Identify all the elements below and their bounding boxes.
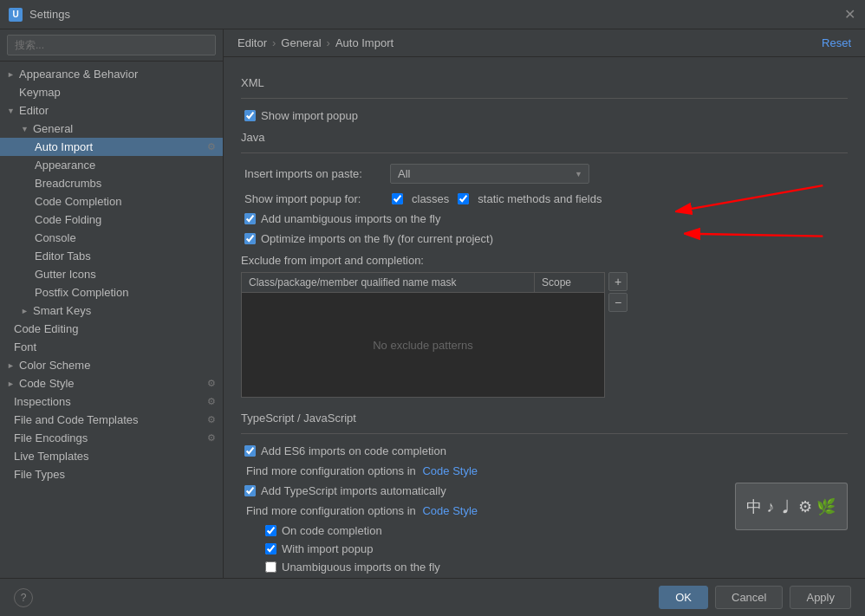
ts-link1-text: Find more configuration options in bbox=[246, 464, 416, 477]
sidebar-label: File Encodings bbox=[14, 431, 88, 444]
expand-icon bbox=[7, 379, 16, 388]
sidebar-item-postfix-completion[interactable]: Postfix Completion bbox=[0, 283, 223, 302]
expand-icon bbox=[7, 70, 16, 79]
ts-link1-link[interactable]: Code Style bbox=[422, 464, 478, 477]
reset-link[interactable]: Reset bbox=[822, 36, 851, 49]
expand-icon bbox=[7, 361, 16, 370]
sidebar-label: Appearance & Behavior bbox=[19, 68, 138, 81]
search-bar bbox=[0, 29, 223, 62]
sidebar-label: Editor bbox=[19, 104, 49, 117]
search-input[interactable] bbox=[7, 35, 216, 55]
add-ts-auto-checkbox[interactable] bbox=[244, 485, 256, 496]
content-wrapper: Editor › General › Auto Import Reset XML bbox=[224, 29, 865, 578]
sidebar-label: Live Templates bbox=[14, 450, 88, 463]
action-buttons: OK Cancel Apply bbox=[659, 586, 851, 609]
sidebar-item-file-encodings[interactable]: File Encodings ⚙ bbox=[0, 429, 223, 447]
unambiguous-on-fly-label: Unambiguous imports on the fly bbox=[282, 561, 440, 574]
java-divider bbox=[241, 152, 848, 153]
sidebar-item-file-code-templates[interactable]: File and Code Templates ⚙ bbox=[0, 411, 223, 429]
show-import-popup-xml-row: Show import popup bbox=[241, 109, 848, 122]
settings-gear-icon: ⚙ bbox=[207, 141, 216, 152]
remove-pattern-button[interactable]: − bbox=[608, 293, 628, 312]
sidebar-item-auto-import[interactable]: Auto Import ⚙ bbox=[0, 138, 223, 156]
show-import-popup-xml-checkbox[interactable] bbox=[244, 110, 256, 121]
sidebar-item-code-editing[interactable]: Code Editing bbox=[0, 320, 223, 338]
close-button[interactable]: ✕ bbox=[842, 8, 856, 22]
classes-checkbox[interactable] bbox=[392, 193, 403, 204]
watermark: 中 ♪ ♩ ⚙ 🌿 bbox=[735, 483, 848, 530]
insert-imports-label: Insert imports on paste: bbox=[244, 167, 383, 180]
sidebar-item-smart-keys[interactable]: Smart Keys bbox=[0, 302, 223, 320]
on-code-completion-checkbox[interactable] bbox=[265, 525, 276, 536]
sidebar-label: Auto Import bbox=[35, 140, 93, 153]
optimize-imports-label: Optimize imports on the fly (for current… bbox=[261, 232, 493, 245]
sidebar-item-breadcrumbs[interactable]: Breadcrumbs bbox=[0, 174, 223, 192]
sidebar-item-editor-tabs[interactable]: Editor Tabs bbox=[0, 247, 223, 265]
sidebar-label: Smart Keys bbox=[33, 304, 91, 317]
sidebar-label: Code Completion bbox=[35, 195, 121, 208]
sidebar-item-console[interactable]: Console bbox=[0, 229, 223, 247]
sidebar-item-code-completion[interactable]: Code Completion bbox=[0, 192, 223, 211]
sidebar-item-gutter-icons[interactable]: Gutter Icons bbox=[0, 265, 223, 283]
expand-icon bbox=[21, 307, 29, 315]
window-title: Settings bbox=[29, 8, 70, 21]
sidebar-item-keymap[interactable]: Keymap bbox=[0, 83, 223, 101]
breadcrumb-part-1: Editor bbox=[237, 36, 267, 49]
settings-window: U Settings ✕ Appearance & Behavior Keyma… bbox=[0, 0, 865, 616]
exclude-actions: + − bbox=[608, 272, 628, 312]
content-header: Editor › General › Auto Import Reset bbox=[224, 29, 865, 57]
with-import-popup-checkbox[interactable] bbox=[265, 543, 276, 554]
gear-icon: ⚙ bbox=[207, 396, 216, 407]
cancel-button[interactable]: Cancel bbox=[715, 586, 783, 609]
optimize-imports-row: Optimize imports on the fly (for current… bbox=[241, 232, 848, 245]
show-import-popup-for-row: Show import popup for: classes static me… bbox=[241, 192, 848, 205]
sidebar-label: General bbox=[33, 122, 73, 135]
with-import-popup-row: With import popup bbox=[241, 542, 848, 555]
sidebar-label: Font bbox=[14, 340, 36, 353]
sidebar-item-appearance-behavior[interactable]: Appearance & Behavior bbox=[0, 65, 223, 83]
on-code-completion-label: On code completion bbox=[282, 524, 382, 537]
sidebar-item-appearance[interactable]: Appearance bbox=[0, 156, 223, 174]
sidebar-item-live-templates[interactable]: Live Templates bbox=[0, 447, 223, 465]
add-unambiguous-checkbox[interactable] bbox=[244, 213, 256, 224]
sidebar-item-inspections[interactable]: Inspections ⚙ bbox=[0, 392, 223, 411]
insert-imports-select-wrapper: All Ask None bbox=[390, 164, 589, 184]
sidebar-label: File and Code Templates bbox=[14, 413, 139, 426]
gear-icon: ⚙ bbox=[207, 414, 216, 425]
static-methods-checkbox[interactable] bbox=[458, 193, 469, 204]
no-patterns-text: No exclude patterns bbox=[373, 339, 473, 352]
apply-button[interactable]: Apply bbox=[790, 586, 851, 609]
exclude-table-header: Class/package/member qualified name mask… bbox=[242, 273, 604, 293]
unambiguous-on-fly-checkbox[interactable] bbox=[265, 561, 276, 573]
sidebar-label: File Types bbox=[14, 468, 65, 481]
bottom-bar: ? OK Cancel Apply bbox=[0, 578, 865, 616]
add-es6-label: Add ES6 imports on code completion bbox=[261, 444, 446, 457]
exclude-table: Class/package/member qualified name mask… bbox=[241, 272, 605, 398]
add-es6-checkbox[interactable] bbox=[244, 445, 256, 457]
optimize-imports-checkbox[interactable] bbox=[244, 233, 256, 244]
sidebar-label: Code Style bbox=[19, 377, 75, 390]
sidebar-label: Postfix Completion bbox=[35, 286, 128, 299]
ts-link2-link[interactable]: Code Style bbox=[422, 504, 478, 517]
sidebar-item-general[interactable]: General bbox=[0, 120, 223, 138]
sidebar-item-file-types[interactable]: File Types bbox=[0, 465, 223, 483]
breadcrumb-sep-2: › bbox=[327, 36, 330, 49]
xml-section-label: XML bbox=[241, 76, 848, 89]
expand-icon bbox=[21, 125, 29, 133]
sidebar-item-code-folding[interactable]: Code Folding bbox=[0, 211, 223, 229]
breadcrumb: Editor › General › Auto Import bbox=[237, 36, 393, 49]
sidebar-item-code-style[interactable]: Code Style ⚙ bbox=[0, 374, 223, 392]
sidebar-item-editor[interactable]: Editor bbox=[0, 101, 223, 120]
add-unambiguous-row: Add unambiguous imports on the fly bbox=[241, 212, 848, 225]
xml-divider bbox=[241, 98, 848, 99]
breadcrumb-part-3: Auto Import bbox=[335, 36, 393, 49]
sidebar: Appearance & Behavior Keymap Editor Gene… bbox=[0, 29, 224, 578]
ok-button[interactable]: OK bbox=[659, 586, 708, 609]
add-pattern-button[interactable]: + bbox=[608, 272, 628, 291]
help-button[interactable]: ? bbox=[14, 588, 33, 607]
insert-imports-select[interactable]: All Ask None bbox=[390, 164, 589, 184]
static-methods-label: static methods and fields bbox=[478, 192, 602, 205]
sidebar-item-color-scheme[interactable]: Color Scheme bbox=[0, 356, 223, 374]
ts-link1-row: Find more configuration options in Code … bbox=[241, 464, 848, 477]
sidebar-item-font[interactable]: Font bbox=[0, 338, 223, 356]
